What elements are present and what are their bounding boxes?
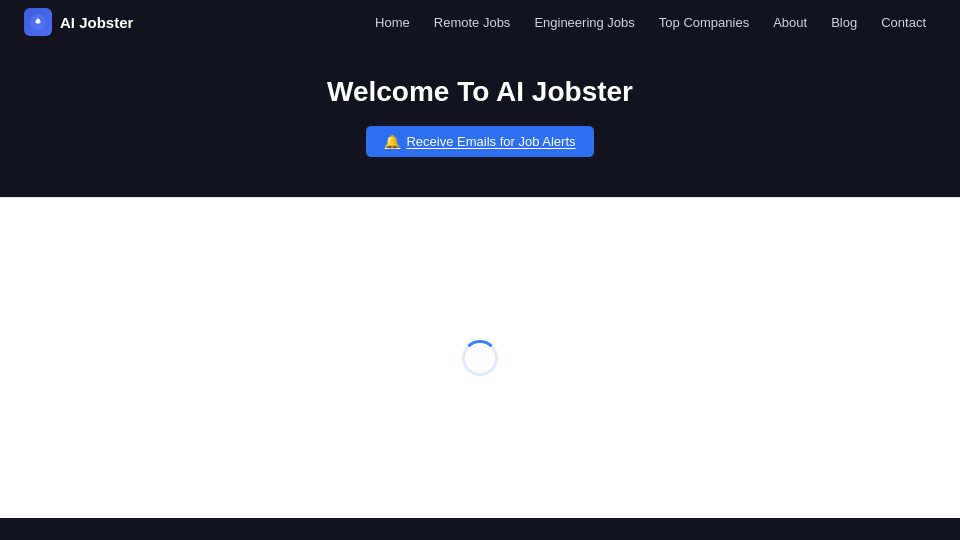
hero-title: Welcome To AI Jobster [327,76,633,108]
nav-link-remote-jobs[interactable]: Remote Jobs [424,9,521,36]
cta-button-label: Receive Emails for Job Alerts [406,134,575,149]
nav-link-about[interactable]: About [763,9,817,36]
brand-logo-link[interactable]: AI Jobster [24,8,133,36]
loading-container [0,198,960,518]
hero-section: Welcome To AI Jobster 🔔 Receive Emails f… [0,44,960,197]
nav-link-top-companies[interactable]: Top Companies [649,9,759,36]
bell-icon: 🔔 [384,134,400,149]
nav-links: Home Remote Jobs Engineering Jobs Top Co… [365,9,936,36]
cta-email-alerts-button[interactable]: 🔔 Receive Emails for Job Alerts [366,126,593,157]
brand-name: AI Jobster [60,14,133,31]
nav-link-blog[interactable]: Blog [821,9,867,36]
loading-spinner [462,340,498,376]
main-content [0,198,960,518]
nav-link-contact[interactable]: Contact [871,9,936,36]
nav-link-home[interactable]: Home [365,9,420,36]
brand-logo-icon [24,8,52,36]
navbar: AI Jobster Home Remote Jobs Engineering … [0,0,960,44]
svg-point-1 [36,18,40,22]
nav-link-engineering-jobs[interactable]: Engineering Jobs [524,9,644,36]
footer [0,518,960,540]
